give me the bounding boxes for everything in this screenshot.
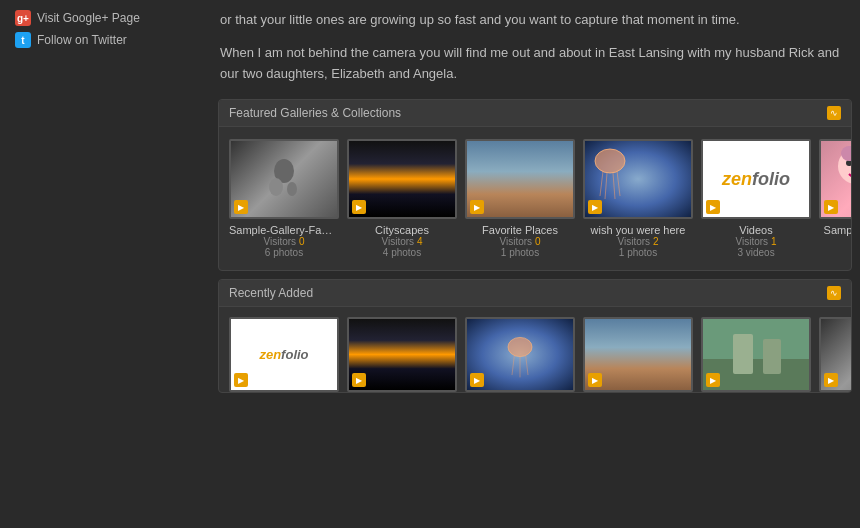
recent-badge-5: ▶ [706,373,720,387]
svg-rect-18 [733,334,753,374]
gallery-photos-places: 1 photos [501,247,539,258]
svg-point-3 [595,149,625,173]
recent-badge-6: ▶ [824,373,838,387]
gallery-badge-family: ▶ [234,200,248,214]
gallery-badge-places: ▶ [470,200,484,214]
sidebar: g+ Visit Google+ Page t Follow on Twitte… [0,0,210,528]
text-section: or that your little ones are growing up … [210,0,860,99]
recent-item-2[interactable]: ▶ [347,317,457,392]
google-plus-link[interactable]: g+ Visit Google+ Page [15,10,195,26]
svg-line-5 [605,173,607,199]
google-plus-label: Visit Google+ Page [37,11,140,25]
gallery-thumb-family: ▶ [229,139,339,219]
svg-rect-19 [763,339,781,374]
svg-point-1 [269,178,283,196]
gallery-name-kids: Sample-Gallery-Kids [819,224,851,236]
gallery-name-places: Favorite Places [465,224,575,236]
bio-paragraph-2: When I am not behind the camera you will… [220,43,840,85]
gallery-visitors-places: Visitors 0 [500,236,541,247]
gallery-photos-videos: 3 videos [737,247,774,258]
gallery-badge-jellyfish: ▶ [588,200,602,214]
recently-grid: zenfolio ▶ ▶ [219,307,851,392]
gallery-photos-jellyfish: 1 photos [619,247,657,258]
recent-badge-4: ▶ [588,373,602,387]
svg-point-12 [508,337,532,356]
featured-header: Featured Galleries & Collections ∿ [219,100,851,127]
gallery-visitors-videos: Visitors 1 [736,236,777,247]
gallery-item-family[interactable]: ▶ Sample-Gallery-Family Visitors 0 6 pho… [229,139,339,258]
main-content: or that your little ones are growing up … [210,0,860,528]
recently-header: Recently Added ∿ [219,280,851,307]
gallery-name-jellyfish: wish you were here [583,224,693,236]
gallery-badge-videos: ▶ [706,200,720,214]
gallery-item-jellyfish[interactable]: ▶ wish you were here Visitors 2 1 photos [583,139,693,258]
recent-item-5[interactable]: ▶ [701,317,811,392]
recent-item-1[interactable]: zenfolio ▶ [229,317,339,392]
gallery-name-family: Sample-Gallery-Family [229,224,339,236]
featured-rss-icon[interactable]: ∿ [827,106,841,120]
gallery-badge-kids: ▶ [824,200,838,214]
featured-title: Featured Galleries & Collections [229,106,401,120]
recently-rss-icon[interactable]: ∿ [827,286,841,300]
gallery-item-videos[interactable]: zenfolio ▶ Videos Visitors 1 3 videos [701,139,811,258]
gallery-thumb-jellyfish: ▶ [583,139,693,219]
gallery-visitors-jellyfish: Visitors 2 [618,236,659,247]
gallery-item-cityscapes[interactable]: ▶ Cityscapes Visitors 4 4 photos [347,139,457,258]
svg-line-7 [617,171,620,196]
gallery-visitors-family: Visitors 0 [264,236,305,247]
zenfolio-logo: zenfolio [722,169,790,190]
featured-galleries-panel: Featured Galleries & Collections ∿ [218,99,852,271]
svg-line-13 [512,355,514,375]
twitter-label: Follow on Twitter [37,33,127,47]
svg-line-4 [600,171,603,196]
gallery-photos-cityscapes: 4 photos [383,247,421,258]
twitter-icon: t [15,32,31,48]
gallery-name-cityscapes: Cityscapes [347,224,457,236]
svg-point-2 [287,182,297,196]
svg-line-15 [526,355,528,375]
recent-item-6[interactable]: ▶ [819,317,851,392]
gallery-grid: ▶ Sample-Gallery-Family Visitors 0 6 pho… [219,127,851,270]
svg-line-6 [613,173,615,199]
recently-added-panel: Recently Added ∿ zenfolio ▶ ▶ [218,279,852,393]
recent-badge-2: ▶ [352,373,366,387]
recent-item-3[interactable]: ▶ [465,317,575,392]
page-wrapper: g+ Visit Google+ Page t Follow on Twitte… [0,0,860,528]
gallery-item-places[interactable]: ▶ Favorite Places Visitors 0 1 photos [465,139,575,258]
gallery-badge-cityscapes: ▶ [352,200,366,214]
gallery-visitors-cityscapes: Visitors 4 [382,236,423,247]
recent-badge-1: ▶ [234,373,248,387]
recent-item-4[interactable]: ▶ [583,317,693,392]
recently-title: Recently Added [229,286,313,300]
recent-badge-3: ▶ [470,373,484,387]
gallery-item-kids[interactable]: ▶ Sample-Gallery-Kids Visitors 0 12 phot… [819,139,851,258]
gallery-photos-family: 6 photos [265,247,303,258]
bio-paragraph-1: or that your little ones are growing up … [220,10,840,31]
gallery-thumb-videos: zenfolio ▶ [701,139,811,219]
gallery-thumb-kids: ▶ [819,139,851,219]
google-plus-icon: g+ [15,10,31,26]
gallery-thumb-cityscapes: ▶ [347,139,457,219]
gallery-name-videos: Videos [701,224,811,236]
twitter-link[interactable]: t Follow on Twitter [15,32,195,48]
recent-zenfolio-logo: zenfolio [259,347,308,362]
gallery-thumb-places: ▶ [465,139,575,219]
